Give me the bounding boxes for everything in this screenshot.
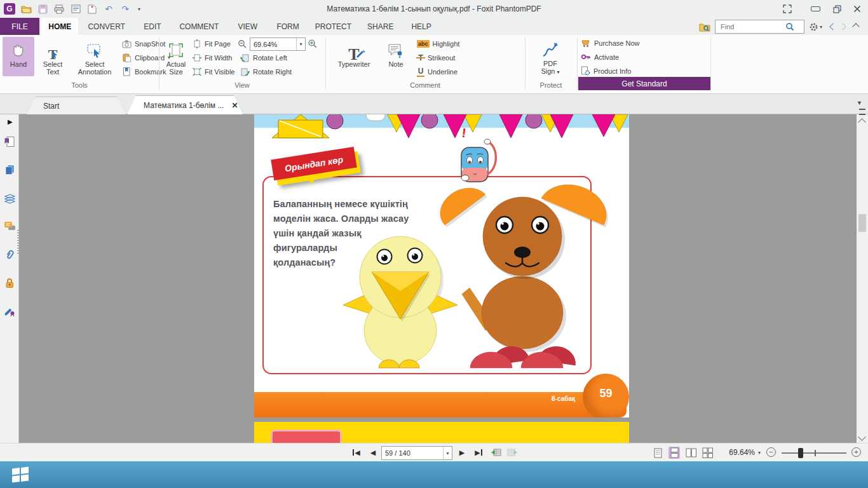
- search-folder-icon[interactable]: [699, 22, 710, 32]
- last-page-button[interactable]: ▶: [471, 446, 485, 459]
- facing-layout-icon[interactable]: [685, 447, 696, 459]
- find-next-icon[interactable]: [839, 23, 846, 30]
- actual-size-icon: [168, 38, 184, 58]
- rotate-right-button[interactable]: Rotate Right: [240, 66, 292, 77]
- next-view-icon[interactable]: [507, 447, 518, 457]
- tab-start[interactable]: Start: [27, 97, 126, 115]
- tab-view[interactable]: VIEW: [228, 18, 268, 35]
- open-file-icon[interactable]: [20, 3, 32, 15]
- tab-document-label: Математика 1-бөлім ...: [144, 101, 224, 110]
- window-title: Математика 1-бөлім 1-сынып оқулық.pdf - …: [191, 4, 677, 13]
- continuous-facing-layout-icon[interactable]: [702, 447, 713, 459]
- product-info-button[interactable]: Product Info: [581, 65, 631, 76]
- tab-form[interactable]: FORM: [269, 18, 306, 35]
- zoom-out-button[interactable]: −: [766, 447, 776, 457]
- select-annotation-button[interactable]: Select Annotation: [70, 37, 119, 76]
- signatures-panel-icon[interactable]: [4, 305, 15, 316]
- zoom-dropdown-icon[interactable]: ▾: [758, 450, 761, 456]
- security-panel-icon[interactable]: [4, 277, 15, 288]
- restore-button[interactable]: [830, 3, 844, 15]
- find-input[interactable]: [719, 22, 785, 31]
- zoom-slider-track[interactable]: [782, 452, 846, 454]
- tab-protect[interactable]: PROTECT: [308, 18, 358, 35]
- actual-size-button[interactable]: Actual Size: [161, 37, 191, 76]
- fit-width-icon: [193, 53, 201, 62]
- select-text-button[interactable]: T Select Text: [36, 37, 69, 76]
- zoom-in-icon[interactable]: [308, 39, 318, 49]
- strikeout-button[interactable]: T Strikeout: [417, 52, 455, 63]
- tab-share[interactable]: SHARE: [360, 18, 401, 35]
- underline-button[interactable]: U Underline: [417, 66, 458, 77]
- note-label: Note: [388, 60, 403, 68]
- close-button[interactable]: [850, 3, 864, 15]
- fit-page-button[interactable]: Fit Page: [193, 38, 231, 49]
- scrollbar-thumb[interactable]: [858, 214, 866, 232]
- pdf-page: ! Орындап көр Балапанның немесе күшіктің…: [254, 114, 629, 417]
- typewriter-button[interactable]: T Typewriter: [329, 37, 379, 76]
- comments-panel-icon[interactable]: [4, 221, 15, 233]
- layers-panel-icon[interactable]: [4, 193, 15, 205]
- find-options-button[interactable]: ▾: [809, 22, 822, 32]
- zoom-out-icon[interactable]: [238, 39, 247, 49]
- svg-text:*: *: [91, 4, 93, 11]
- find-previous-icon[interactable]: [829, 23, 836, 30]
- print-icon[interactable]: [53, 3, 65, 15]
- scrollbar-split-handle[interactable]: [859, 109, 865, 115]
- undo-icon[interactable]: ↶: [103, 3, 114, 15]
- minimize-button[interactable]: [808, 3, 822, 15]
- foxit-logo-icon[interactable]: G: [4, 3, 15, 15]
- bookmarks-panel-icon[interactable]: [4, 136, 15, 147]
- tab-document[interactable]: Математика 1-бөлім ... ✕: [127, 95, 243, 115]
- bookmark-button[interactable]: Bookmark: [122, 66, 166, 77]
- fit-width-button[interactable]: Fit Width: [193, 52, 232, 63]
- ribbon-tab-row: FILE HOME CONVERT EDIT COMMENT VIEW FORM…: [0, 18, 868, 35]
- single-page-layout-icon[interactable]: [652, 447, 663, 459]
- tab-convert[interactable]: CONVERT: [81, 18, 133, 35]
- fit-visible-button[interactable]: Fit Visible: [193, 66, 234, 77]
- layout-switch-button[interactable]: [780, 3, 794, 15]
- attachments-panel-icon[interactable]: [4, 249, 15, 261]
- pages-panel-icon[interactable]: [4, 164, 15, 175]
- status-bar: ◀ ◀ 59 / 140▾ ▶ ▶ 69.64% ▾ − +: [0, 443, 868, 461]
- expand-panel-icon[interactable]: ▶: [8, 118, 13, 125]
- start-button[interactable]: [0, 461, 41, 488]
- zoom-level-combo[interactable]: 69.64%▾: [250, 37, 306, 51]
- redo-icon[interactable]: ↷: [119, 3, 131, 15]
- page-number-field[interactable]: 59 / 140▾: [381, 446, 452, 460]
- tab-edit[interactable]: EDIT: [135, 18, 170, 35]
- first-page-button[interactable]: ◀: [349, 446, 363, 459]
- highlight-button[interactable]: abc Highlight: [417, 38, 459, 49]
- save-icon[interactable]: [37, 3, 48, 15]
- tab-comment[interactable]: COMMENT: [172, 18, 226, 35]
- vertical-scrollbar[interactable]: [857, 114, 868, 443]
- zoom-slider-tick: [815, 450, 816, 456]
- email-doc-icon[interactable]: [70, 3, 81, 15]
- get-standard-button[interactable]: Get Standard: [578, 77, 710, 90]
- purchase-now-button[interactable]: Purchase Now: [581, 37, 640, 48]
- previous-page-button[interactable]: ◀: [366, 446, 380, 459]
- tab-file[interactable]: FILE: [0, 18, 39, 35]
- tab-list-dropdown-icon[interactable]: ▼: [857, 100, 862, 106]
- scroll-down-icon[interactable]: [858, 433, 866, 441]
- tab-home[interactable]: HOME: [41, 18, 78, 35]
- activate-button[interactable]: Activate: [581, 51, 619, 62]
- zoom-in-button[interactable]: +: [851, 447, 861, 457]
- continuous-layout-icon[interactable]: [668, 447, 680, 459]
- pdf-sign-button[interactable]: PDFSign ▾: [530, 37, 571, 76]
- close-tab-icon[interactable]: ✕: [231, 101, 238, 110]
- task-line: моделін жаса. Оларды жасау: [273, 212, 423, 226]
- find-input-box[interactable]: [715, 20, 804, 34]
- new-document-icon[interactable]: *: [86, 3, 98, 15]
- search-icon[interactable]: [785, 22, 794, 31]
- customize-qat-icon[interactable]: ▾: [136, 3, 142, 15]
- rotate-left-button[interactable]: Rotate Left: [240, 52, 287, 63]
- hand-tool-button[interactable]: Hand: [3, 37, 34, 76]
- note-button[interactable]: Note: [380, 37, 412, 76]
- select-text-label: Select Text: [36, 60, 69, 76]
- previous-view-icon[interactable]: [491, 447, 501, 457]
- scroll-up-icon[interactable]: [858, 118, 866, 126]
- tab-help[interactable]: HELP: [403, 18, 440, 35]
- zoom-slider-thumb[interactable]: [798, 448, 803, 458]
- next-page-button[interactable]: ▶: [455, 446, 469, 459]
- collapse-ribbon-icon[interactable]: [852, 23, 859, 30]
